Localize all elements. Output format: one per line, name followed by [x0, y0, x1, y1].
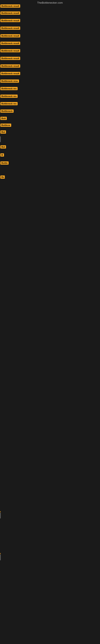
result-badge-21: Bottle: [0, 162, 9, 166]
vertical-line-2: [0, 513, 0, 518]
small-marker-1: [0, 511, 0, 512]
result-badge-19: Bot: [0, 145, 6, 149]
result-badge-8: Bottleneck result: [0, 57, 20, 61]
result-badge-6: Bottleneck result: [0, 42, 20, 46]
result-badge-18: Bot: [0, 130, 6, 134]
result-badge-22: Bc: [0, 176, 5, 180]
result-badge-14: Bottleneck res: [0, 102, 18, 106]
result-badge-16: Bott: [0, 117, 7, 121]
result-badge-2: Bottleneck result: [0, 12, 20, 16]
result-badge-15: Bottleneck: [0, 110, 14, 114]
result-badge-1: Bottleneck result: [0, 4, 20, 8]
small-marker-2: [0, 553, 0, 554]
vertical-line-3: [0, 555, 0, 560]
result-badge-7: Bottleneck result: [0, 49, 20, 53]
result-badge-11: Bottleneck resu: [0, 80, 19, 84]
result-badge-5: Bottleneck result: [0, 34, 20, 38]
page-container: TheBottlenecker.com Bottleneck result Bo…: [0, 0, 100, 644]
vertical-line-1: [0, 136, 0, 142]
result-badge-10: Bottleneck result: [0, 72, 20, 76]
result-badge-20: B: [0, 153, 4, 158]
result-badge-17: Bottlene: [0, 124, 11, 128]
result-badge-4: Bottleneck result: [0, 26, 20, 30]
result-badge-3: Bottleneck result: [0, 19, 20, 23]
result-badge-12: Bottleneck res: [0, 87, 18, 91]
result-badge-9: Bottleneck result: [0, 64, 20, 68]
result-badge-13: Bottleneck res: [0, 94, 18, 98]
